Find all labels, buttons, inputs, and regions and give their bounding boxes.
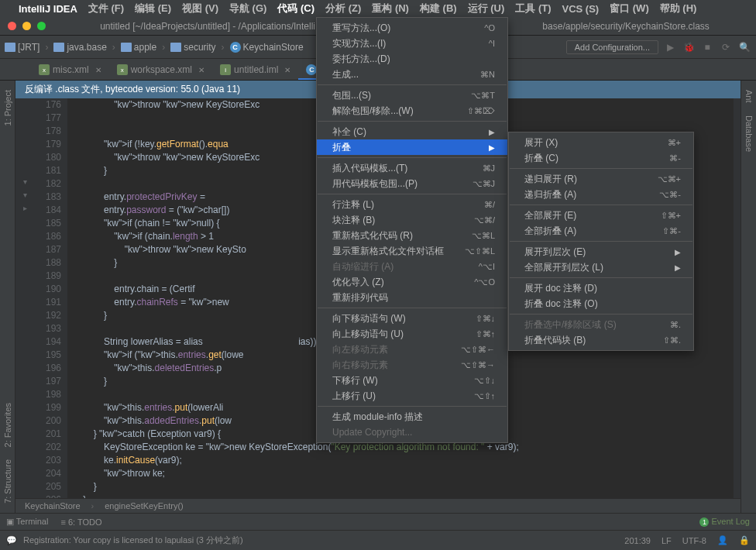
bottom-toolbar: ▣ Terminal ≡ 6: TODO 1Event Log [0,513,756,530]
breadcrumb-item[interactable]: java.base [53,42,106,53]
run-icon[interactable]: ▶ [663,40,677,54]
right-tool-strip: Ant Database [741,81,756,513]
marker-stripe[interactable] [733,98,741,498]
app-name[interactable]: IntelliJ IDEA [19,3,77,15]
class-icon: C [230,42,241,53]
lock-icon[interactable]: 🔒 [739,535,750,545]
menu-view[interactable]: 视图 (V) [182,2,218,15]
tab-untitled-iml[interactable]: iuntitled.iml✕ [212,61,298,80]
iml-icon: i [220,64,231,75]
xml-icon: x [39,64,50,75]
menu-edit[interactable]: 编辑 (E) [135,2,171,15]
menu-item[interactable]: 展开 (X)⌘+ [509,135,693,150]
encoding[interactable]: UTF-8 [682,536,706,545]
menu-item[interactable]: 全部折叠 (A)⇧⌘- [509,223,693,239]
tab-misc-xml[interactable]: xmisc.xml✕ [31,61,109,80]
menu-item[interactable]: 优化导入 (Z)^⌥O [317,274,507,290]
menu-item[interactable]: 折叠▶ [317,139,507,155]
toolwindow-ant[interactable]: Ant [744,84,754,109]
menu-item[interactable]: 行注释 (L)⌘/ [317,197,507,212]
menu-help[interactable]: 帮助 (H) [660,2,697,15]
menu-item[interactable]: 递归展开 (R)⌥⌘+ [509,171,693,187]
menu-item[interactable]: 重写方法...(O)^O [317,20,507,36]
menu-item[interactable]: 插入代码模板...(T)⌘J [317,160,507,176]
speech-icon[interactable]: 💬 [6,535,17,545]
inspection-icon[interactable]: 👤 [717,535,728,545]
menu-item[interactable]: 包围...(S)⌥⌘T [317,88,507,103]
minimize-window-button[interactable] [22,22,31,30]
code-menu-dropdown: 重写方法...(O)^O实现方法...(I)^I委托方法...(D)生成...⌘… [316,17,508,443]
menu-file[interactable]: 文件 (F) [88,2,124,15]
menu-item[interactable]: 下移行 (W)⌥⇧↓ [317,373,507,388]
breadcrumb-item[interactable]: apple [121,42,156,53]
breadcrumb-method[interactable]: engineSetKeyEntry() [105,501,184,510]
toolwindow-database[interactable]: Database [744,109,754,158]
menu-run[interactable]: 运行 (U) [468,2,505,15]
close-icon[interactable]: ✕ [284,66,290,74]
menu-item[interactable]: 补全 (C)▶ [317,124,507,139]
menu-item[interactable]: 块注释 (B)⌥⌘/ [317,212,507,228]
menu-item: 向左移动元素⌥⇧⌘← [317,342,507,357]
line-separator[interactable]: LF [662,536,672,545]
menu-item[interactable]: 展开到层次 (E)▶ [509,244,693,260]
caret-position[interactable]: 201:39 [624,536,651,545]
event-log-button[interactable]: 1Event Log [699,517,750,527]
maximize-window-button[interactable] [37,22,46,30]
update-icon[interactable]: ⟳ [719,40,733,54]
menu-item[interactable]: 解除包围/移除...(W)⇧⌘⌦ [317,103,507,119]
folder-icon [121,43,132,52]
debug-icon[interactable]: 🐞 [682,40,696,54]
menu-item[interactable]: 用代码模板包围...(P)⌥⌘J [317,176,507,191]
menu-item[interactable]: 全部展开 (E)⇧⌘+ [509,208,693,223]
xml-icon: x [117,64,128,75]
menu-item[interactable]: 向上移动语句 (U)⇧⌘↑ [317,326,507,342]
menu-item: 折叠选中/移除区域 (S)⌘. [509,317,693,332]
breadcrumb-class[interactable]: KeychainStore [25,501,81,510]
menu-item[interactable]: 上移行 (U)⌥⇧↑ [317,388,507,404]
search-icon[interactable]: 🔍 [737,40,751,54]
close-icon[interactable]: ✕ [95,66,101,74]
menu-item[interactable]: 生成...⌘N [317,67,507,82]
menu-tools[interactable]: 工具 (T) [515,2,551,15]
breadcrumb-item[interactable]: CKeychainStore [230,42,304,53]
menu-item: 自动缩进行 (A)^⌥I [317,259,507,274]
menu-item[interactable]: 递归折叠 (A)⌥⌘- [509,187,693,202]
menu-item[interactable]: 折叠 (C)⌘- [509,150,693,166]
close-window-button[interactable] [8,22,16,30]
menu-navigate[interactable]: 导航 (G) [229,2,266,15]
menu-item[interactable]: 生成 module-info 描述 [317,409,507,425]
folder-icon [170,43,181,52]
menu-item[interactable]: 向下移动语句 (W)⇧⌘↓ [317,311,507,326]
toolwindow-project[interactable]: 1: Project [3,84,12,132]
menu-item[interactable]: 重新格式化代码 (R)⌥⌘L [317,228,507,243]
menu-item[interactable]: 重新排列代码 [317,290,507,305]
menu-item[interactable]: 折叠 doc 注释 (O) [509,296,693,311]
menu-vcs[interactable]: VCS (S) [562,3,600,15]
status-bar: 💬 Registration: Your copy is licensed to… [0,530,756,550]
toolwindow-todo[interactable]: ≡ 6: TODO [60,517,101,527]
menu-item[interactable]: 折叠代码块 (B)⇧⌘. [509,332,693,348]
menu-item[interactable]: 显示重新格式化文件对话框⌥⇧⌘L [317,243,507,259]
menu-item[interactable]: 全部展开到层次 (L)▶ [509,260,693,275]
tab-workspace-xml[interactable]: xworkspace.xml✕ [109,61,212,80]
toolwindow-structure[interactable]: 7: Structure [3,453,12,510]
breadcrumb: [JRT] java.base apple security CKeychain… [5,42,304,53]
menu-analyze[interactable]: 分析 (Z) [325,2,361,15]
toolwindow-favorites[interactable]: 2: Favorites [3,397,12,453]
menu-code[interactable]: 代码 (C) [277,2,314,15]
breadcrumb-item[interactable]: [JRT] [5,42,40,53]
breadcrumb-item[interactable]: security [170,42,215,53]
line-number-gutter[interactable]: 1761771781791801811821831841851861871881… [34,98,68,498]
menu-item[interactable]: 委托方法...(D) [317,51,507,67]
add-configuration-button[interactable]: Add Configuration... [566,40,658,54]
menu-build[interactable]: 构建 (B) [420,2,457,15]
fold-gutter[interactable]: ▾ ▾ ▸ [15,98,34,498]
toolwindow-terminal[interactable]: ▣ Terminal [6,517,48,527]
menu-window[interactable]: 窗口 (W) [610,2,649,15]
stop-icon[interactable]: ■ [700,40,714,54]
close-icon[interactable]: ✕ [198,66,204,74]
menu-item[interactable]: 实现方法...(I)^I [317,36,507,51]
menu-item[interactable]: 展开 doc 注释 (D) [509,280,693,296]
menu-refactor[interactable]: 重构 (N) [372,2,409,15]
status-message: Registration: Your copy is licensed to l… [23,535,243,546]
